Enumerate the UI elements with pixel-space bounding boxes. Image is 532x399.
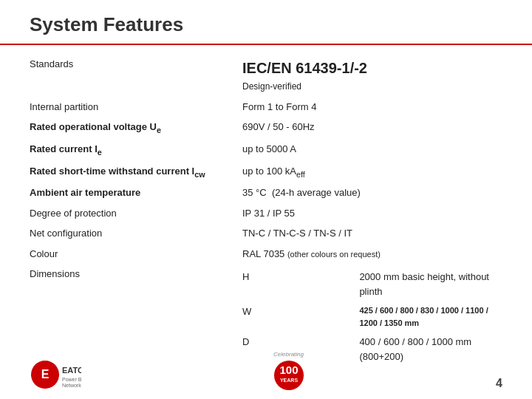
feature-label-net-config: Net configuration bbox=[30, 223, 242, 244]
feature-value-ambient-temp: 35 °C (24-h average value) bbox=[242, 183, 502, 203]
feature-value-degree-protection: IP 31 / IP 55 bbox=[242, 203, 502, 224]
dim-value-w: 425 / 600 / 800 / 830 / 1000 / 1100 / 12… bbox=[359, 301, 502, 332]
dim-value-h: 2000 mm basic height, without plinth bbox=[359, 267, 502, 301]
feature-row-rated-voltage: Rated operational voltage Ue690V / 50 - … bbox=[30, 117, 502, 139]
feature-row-rated-current: Rated current Ieup to 5000 A bbox=[30, 139, 502, 161]
feature-row-ambient-temp: Ambient air temperature35 °C (24-h avera… bbox=[30, 183, 502, 203]
page-title: System Features bbox=[30, 13, 502, 36]
feature-row-colour: ColourRAL 7035 (other colours on request… bbox=[30, 244, 502, 265]
feature-value-colour: RAL 7035 (other colours on request) bbox=[242, 244, 502, 265]
dim-letter-h: H bbox=[242, 267, 359, 301]
dim-row-h: H2000 mm basic height, without plinth bbox=[242, 267, 502, 301]
feature-value-net-config: TN-C / TN-C-S / TN-S / IT bbox=[242, 223, 502, 244]
header: System Features bbox=[0, 0, 532, 45]
svg-text:100: 100 bbox=[279, 364, 298, 376]
page-number: 4 bbox=[496, 377, 502, 390]
eaton-logo-svg: E EATON Power Business Network bbox=[30, 359, 81, 390]
page: System Features StandardsIEC/EN 61439-1/… bbox=[0, 0, 532, 399]
feature-value-rated-voltage: 690V / 50 - 60Hz bbox=[242, 117, 502, 139]
content: StandardsIEC/EN 61439-1/-2Design-verifie… bbox=[0, 54, 532, 369]
dim-letter-w: W bbox=[242, 301, 359, 332]
feature-row-degree-protection: Degree of protectionIP 31 / IP 55 bbox=[30, 203, 502, 224]
feature-label-internal-partition: Internal partition bbox=[30, 97, 242, 117]
feature-row-internal-partition: Internal partitionForm 1 to Form 4 bbox=[30, 97, 502, 117]
feature-value-short-time-current: up to 100 kAeff bbox=[242, 161, 502, 183]
svg-text:YEARS: YEARS bbox=[279, 378, 297, 383]
footer: E EATON Power Business Network Celebrati… bbox=[0, 351, 532, 390]
feature-row-standards: StandardsIEC/EN 61439-1/-2Design-verifie… bbox=[30, 54, 502, 97]
dim-row-w: W425 / 600 / 800 / 830 / 1000 / 1100 / 1… bbox=[242, 301, 502, 332]
feature-value-internal-partition: Form 1 to Form 4 bbox=[242, 97, 502, 117]
feature-label-rated-voltage: Rated operational voltage Ue bbox=[30, 117, 242, 139]
features-table: StandardsIEC/EN 61439-1/-2Design-verifie… bbox=[30, 54, 502, 369]
celebrating-text: Celebrating bbox=[273, 351, 304, 358]
eaton-logo: E EATON Power Business Network bbox=[30, 359, 81, 390]
feature-row-net-config: Net configurationTN-C / TN-C-S / TN-S / … bbox=[30, 223, 502, 244]
svg-text:Power Business: Power Business bbox=[62, 377, 81, 382]
svg-text:Network: Network bbox=[62, 383, 81, 388]
feature-label-standards: Standards bbox=[30, 54, 242, 97]
years-badge: Celebrating 100 YEARS bbox=[270, 351, 307, 390]
feature-value-standards: IEC/EN 61439-1/-2Design-verified bbox=[242, 54, 502, 97]
years-badge-svg: 100 YEARS bbox=[270, 358, 307, 390]
feature-label-ambient-temp: Ambient air temperature bbox=[30, 183, 242, 203]
svg-text:EATON: EATON bbox=[62, 366, 81, 375]
feature-label-degree-protection: Degree of protection bbox=[30, 203, 242, 224]
svg-text:E: E bbox=[41, 368, 50, 381]
feature-label-rated-current: Rated current Ie bbox=[30, 139, 242, 161]
feature-value-rated-current: up to 5000 A bbox=[242, 139, 502, 161]
feature-label-colour: Colour bbox=[30, 244, 242, 265]
feature-label-short-time-current: Rated short-time withstand current Icw bbox=[30, 161, 242, 183]
feature-row-short-time-current: Rated short-time withstand current Icwup… bbox=[30, 161, 502, 183]
